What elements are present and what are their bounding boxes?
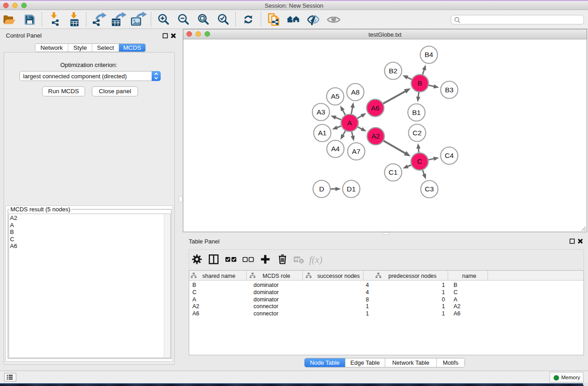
svg-text:A6: A6 <box>371 104 380 112</box>
svg-text:B2: B2 <box>389 67 397 75</box>
svg-text:A3: A3 <box>317 108 325 116</box>
svg-text:D: D <box>319 185 324 193</box>
svg-text:A2: A2 <box>372 132 380 140</box>
svg-text:C1: C1 <box>389 168 398 176</box>
svg-text:D1: D1 <box>347 185 356 193</box>
svg-text:B: B <box>417 79 422 87</box>
svg-text:C: C <box>417 157 422 165</box>
svg-text:A8: A8 <box>351 88 360 96</box>
svg-text:A4: A4 <box>331 145 340 152</box>
svg-text:A: A <box>347 119 352 127</box>
svg-text:B3: B3 <box>445 86 454 94</box>
svg-text:C3: C3 <box>425 185 434 193</box>
svg-text:C2: C2 <box>413 129 422 137</box>
svg-text:A1: A1 <box>318 129 327 137</box>
svg-text:C4: C4 <box>445 152 454 159</box>
svg-text:A5: A5 <box>331 92 339 100</box>
svg-text:A7: A7 <box>352 148 361 155</box>
svg-text:B1: B1 <box>412 109 421 116</box>
svg-text:B4: B4 <box>425 51 433 58</box>
